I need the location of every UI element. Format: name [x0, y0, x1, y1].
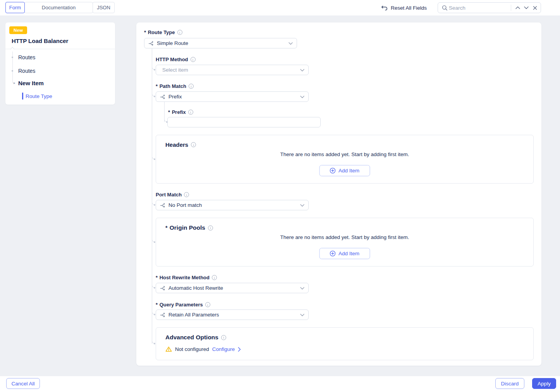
- origin-pools-add-item-button[interactable]: Add Item: [320, 248, 370, 259]
- plus-circle-icon: [330, 168, 336, 174]
- route-split-icon: [160, 285, 165, 291]
- connector-dot: [154, 343, 155, 344]
- http-method-placeholder: Select item: [162, 67, 188, 73]
- sidebar-divider-caret: [10, 47, 14, 51]
- discard-button[interactable]: Discard: [495, 378, 524, 389]
- chevron-right-icon: [238, 347, 241, 352]
- tree-bullet: [12, 57, 13, 58]
- chevron-down-icon: [300, 287, 304, 290]
- query-parameters-select[interactable]: Retain All Parameters: [156, 309, 309, 320]
- info-icon[interactable]: i: [221, 335, 226, 340]
- connector-dot: [154, 69, 155, 70]
- tab-form[interactable]: Form: [5, 2, 25, 13]
- sidebar-item-new-item[interactable]: New Item: [18, 80, 44, 86]
- sidebar-item-routes-1[interactable]: Routes: [18, 54, 35, 60]
- route-type-select[interactable]: Simple Route: [144, 38, 297, 48]
- path-match-select[interactable]: Prefix: [156, 91, 309, 102]
- sidebar-divider: [5, 49, 115, 49]
- warning-icon: [165, 346, 172, 352]
- prefix-label: * Prefix i: [168, 109, 193, 115]
- footer-bar: Cancel All Discard Apply: [0, 376, 560, 392]
- configure-link[interactable]: Configure: [212, 346, 235, 352]
- active-item-indicator: [22, 93, 23, 100]
- info-icon[interactable]: i: [205, 302, 210, 307]
- advanced-options-section: Advanced Options i Not configured Config…: [156, 327, 534, 360]
- search-prev-icon[interactable]: [514, 3, 522, 12]
- headers-title: Headers i: [165, 141, 196, 148]
- chevron-down-icon: [300, 69, 304, 72]
- info-icon[interactable]: i: [177, 30, 182, 35]
- origin-pools-empty-message: There are no items added yet. Start by a…: [156, 234, 533, 240]
- tree-elbow-arrow-icon: ▸: [14, 81, 17, 84]
- info-icon[interactable]: i: [191, 57, 196, 62]
- form-navigation-sidebar: New HTTP Load Balancer Routes Routes ▸ N…: [5, 22, 115, 105]
- new-badge: New: [9, 26, 27, 34]
- form-panel: * Route Type i Simple Route HTTP Method …: [136, 22, 541, 366]
- info-icon[interactable]: i: [212, 275, 217, 280]
- route-split-icon: [160, 94, 165, 100]
- info-icon[interactable]: i: [188, 110, 193, 115]
- connector-dot: [154, 96, 155, 97]
- headers-add-item-button[interactable]: Add Item: [320, 165, 370, 176]
- port-match-value: No Port match: [168, 202, 202, 208]
- route-type-value: Simple Route: [157, 40, 188, 46]
- chevron-down-icon: [300, 204, 304, 207]
- http-method-select[interactable]: Select item: [156, 65, 309, 75]
- route-split-icon: [160, 203, 165, 208]
- prefix-input[interactable]: [167, 117, 321, 127]
- info-icon[interactable]: i: [191, 142, 196, 147]
- host-rewrite-method-label: * Host Rewrite Method i: [156, 275, 217, 280]
- search-icon: [440, 3, 449, 12]
- sidebar-title: HTTP Load Balancer: [12, 38, 68, 44]
- path-match-value: Prefix: [168, 94, 182, 100]
- sidebar-item-route-type[interactable]: Route Type: [26, 93, 52, 99]
- apply-button[interactable]: Apply: [532, 378, 556, 389]
- search-close-icon[interactable]: [531, 3, 539, 12]
- connector-dot: [154, 241, 155, 243]
- plus-circle-icon: [330, 251, 336, 256]
- chevron-down-icon: [289, 42, 293, 45]
- connector-dot: [154, 158, 155, 160]
- reset-all-fields-button[interactable]: Reset All Fields: [381, 0, 427, 15]
- host-rewrite-method-value: Automatic Host Rewrite: [168, 285, 223, 291]
- sidebar-item-routes-2[interactable]: Routes: [18, 68, 35, 74]
- add-item-label: Add Item: [338, 251, 359, 256]
- http-method-label: HTTP Method i: [156, 57, 196, 62]
- chevron-down-icon: [300, 313, 304, 316]
- tab-form-label: Form: [9, 5, 21, 10]
- advanced-options-status: Not configured: [175, 346, 209, 352]
- info-icon[interactable]: i: [208, 225, 213, 230]
- search-input[interactable]: [449, 5, 502, 11]
- connector-dot: [154, 287, 155, 289]
- query-parameters-label: * Query Parameters i: [156, 302, 210, 308]
- tab-json-label: JSON: [97, 5, 110, 10]
- cancel-all-button[interactable]: Cancel All: [6, 378, 40, 389]
- tab-documentation[interactable]: Documentation: [24, 2, 93, 13]
- route-split-icon: [160, 312, 165, 318]
- search-divider: [511, 5, 511, 11]
- info-icon[interactable]: i: [189, 84, 194, 89]
- advanced-options-title: Advanced Options i: [165, 334, 226, 341]
- add-item-label: Add Item: [338, 168, 359, 174]
- route-type-label: * Route Type i: [144, 29, 182, 35]
- top-toolbar: Form Documentation JSON Reset All Fields: [0, 0, 560, 15]
- connector-dot: [154, 314, 155, 315]
- reset-all-fields-label: Reset All Fields: [391, 5, 427, 11]
- origin-pools-title: * Origin Pools i: [165, 224, 213, 231]
- query-parameters-value: Retain All Parameters: [168, 312, 219, 318]
- path-match-label: * Path Match i: [156, 83, 194, 89]
- origin-pools-section: * Origin Pools i There are no items adde…: [156, 218, 534, 266]
- connector-dot: [154, 204, 155, 206]
- search-next-icon[interactable]: [522, 3, 531, 12]
- headers-empty-message: There are no items added yet. Start by a…: [156, 151, 533, 157]
- route-split-icon: [148, 41, 154, 46]
- undo-icon: [381, 5, 388, 11]
- tab-json[interactable]: JSON: [93, 2, 115, 13]
- app-root: Form Documentation JSON Reset All Fields: [0, 0, 560, 392]
- chevron-down-icon: [300, 95, 304, 98]
- headers-section: Headers i There are no items added yet. …: [156, 135, 534, 184]
- info-icon[interactable]: i: [184, 192, 189, 197]
- port-match-select[interactable]: No Port match: [156, 200, 309, 210]
- port-match-label: Port Match i: [156, 192, 189, 198]
- host-rewrite-method-select[interactable]: Automatic Host Rewrite: [156, 283, 309, 293]
